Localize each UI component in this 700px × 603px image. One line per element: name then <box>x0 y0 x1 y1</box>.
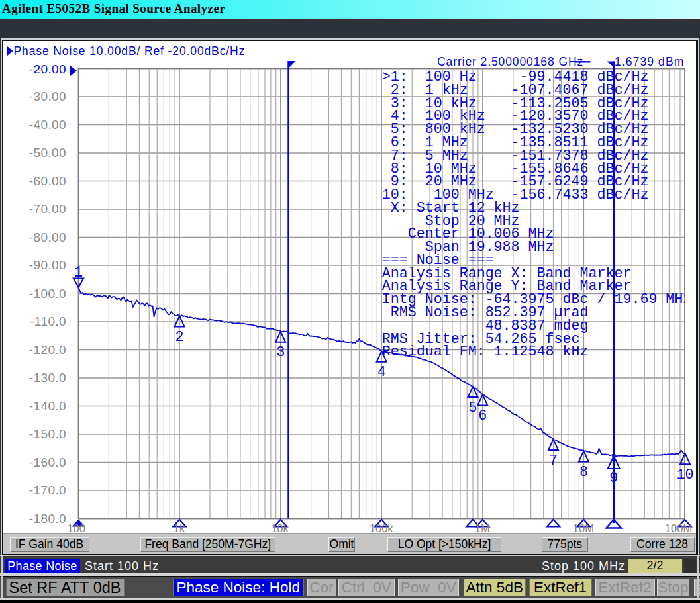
svg-text:2: 2 <box>175 329 184 346</box>
svg-text:7: 7 <box>549 453 558 469</box>
svg-text:5: 5 <box>469 400 477 416</box>
svg-text:4: 4 <box>377 364 386 381</box>
svg-text:3: 3 <box>276 344 285 361</box>
svg-text:8: 8 <box>579 464 588 481</box>
svg-text:6: 6 <box>478 408 487 424</box>
svg-text:10: 10 <box>677 467 694 483</box>
svg-text:9: 9 <box>609 470 618 487</box>
